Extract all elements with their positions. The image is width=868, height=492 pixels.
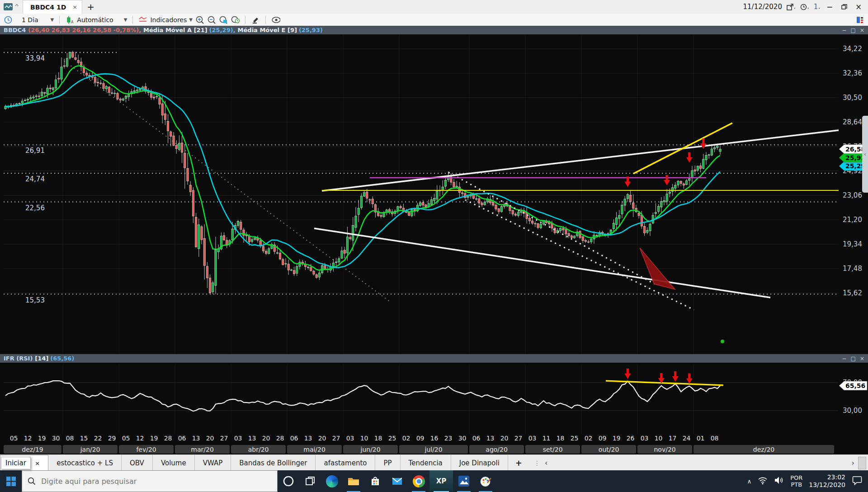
indicator-tab[interactable]: PP: [375, 455, 400, 471]
start-tooltip: Iniciar: [1, 457, 31, 469]
panel-close-icon[interactable]: ×: [860, 27, 864, 33]
x-tick: 27: [332, 435, 340, 442]
zoom-region-icon[interactable]: [219, 15, 228, 24]
x-tick: 08: [711, 435, 719, 442]
photos-icon[interactable]: [453, 470, 475, 492]
x-tick: 13: [192, 435, 200, 442]
draw-pencil-icon[interactable]: [251, 15, 260, 24]
side-panel-collapse-handle[interactable]: ‹: [862, 116, 868, 193]
new-tab-button[interactable]: +: [87, 1, 94, 12]
window-titlebar: ^ BBDC4 1D × + 11/12/2020 , , 1, − ×: [0, 0, 868, 14]
xp-trading-app-icon[interactable]: XP: [429, 470, 453, 492]
rsi-line: [5, 381, 720, 411]
chevron-down-icon: ▼: [189, 17, 193, 22]
tab-close-icon[interactable]: ×: [35, 460, 40, 467]
x-tick: 03: [641, 435, 649, 442]
language-indicator[interactable]: PORPTB: [790, 474, 802, 488]
edge-icon[interactable]: [321, 470, 343, 492]
panel-close-icon[interactable]: ×: [860, 355, 864, 362]
history-clock-icon[interactable]: ,: [800, 4, 809, 10]
panel-minimize-icon[interactable]: −: [842, 355, 847, 362]
add-indicator-tab-button[interactable]: +: [508, 455, 529, 471]
month-band: ago/20: [469, 445, 524, 454]
x-tick: 24: [683, 435, 691, 442]
x-tick: 17: [669, 435, 677, 442]
cortana-button[interactable]: [278, 470, 299, 492]
clock[interactable]: 23:0213/12/2020: [809, 473, 845, 489]
layout-count[interactable]: 1,: [814, 3, 820, 11]
x-tick: 05: [10, 435, 18, 442]
visibility-eye-icon[interactable]: ▼: [271, 15, 280, 24]
start-button[interactable]: [0, 470, 22, 492]
x-tick: 03: [234, 435, 242, 442]
indicator-tab[interactable]: estocastico + LS: [48, 455, 122, 471]
month-band: jun/20: [343, 445, 398, 454]
scroll-left-icon[interactable]: ‹: [545, 459, 547, 467]
microsoft-store-icon[interactable]: [364, 470, 386, 492]
month-band: set/20: [525, 445, 580, 454]
zoom-time-icon[interactable]: ▼: [231, 15, 240, 24]
ma-e-label: Média Móvel E [9]: [238, 27, 297, 33]
scale-mode-dropdown[interactable]: Automático▼: [77, 16, 127, 24]
taskbar-search[interactable]: [22, 470, 278, 492]
mail-icon[interactable]: [386, 470, 408, 492]
chart-area: 33,9426,9124,7422,5615,5334,2232,3630,50…: [0, 34, 868, 454]
action-center-icon[interactable]: [852, 475, 863, 487]
rsi-chart[interactable]: 70,0030,0065,56: [0, 364, 868, 433]
panel-minimize-icon[interactable]: −: [842, 27, 847, 33]
panel-maximize-icon[interactable]: □: [851, 355, 856, 362]
svg-text:34,22: 34,22: [843, 45, 862, 53]
indicator-tab[interactable]: VWAP: [195, 455, 231, 471]
book-panel-icon[interactable]: [855, 15, 864, 24]
indicator-tab[interactable]: afastamento: [316, 455, 375, 471]
svg-text:65,56: 65,56: [845, 382, 865, 389]
search-input[interactable]: [40, 477, 250, 486]
x-tick: 01: [697, 435, 705, 442]
indicator-tab[interactable]: Joe Dinapoli: [451, 455, 508, 471]
chart-tab[interactable]: BBDC4 1D ×: [23, 0, 82, 14]
month-band: out/20: [581, 445, 636, 454]
task-view-button[interactable]: [299, 470, 321, 492]
strip-scroll-thumb[interactable]: [858, 457, 866, 469]
indicator-tab[interactable]: OBV: [122, 455, 153, 471]
indicator-tab[interactable]: Volume: [153, 455, 195, 471]
candle-style-icon[interactable]: A: [65, 15, 74, 24]
file-explorer-icon[interactable]: [343, 470, 364, 492]
collapse-caret-icon[interactable]: ^: [14, 4, 19, 10]
overflow-dots-icon[interactable]: ⋮: [534, 459, 540, 467]
x-tick: 29: [108, 435, 116, 442]
price-panel-header: BBDC4 (26,40 26,83 26,16 26,58 -0,78%), …: [0, 26, 868, 34]
chrome-icon[interactable]: [408, 470, 429, 492]
volume-icon[interactable]: [774, 476, 784, 487]
window-restore-button[interactable]: [839, 2, 849, 11]
tab-close-icon[interactable]: ×: [72, 4, 77, 10]
x-tick: 20: [262, 435, 270, 442]
candles-layer: [5, 51, 721, 294]
chart-toolbar: 1 Dia▼ A Automático▼ Indicadores▼ ▼ ▼: [0, 14, 868, 26]
timeframe-clock-icon[interactable]: [4, 15, 13, 24]
popout-icon[interactable]: ,: [787, 4, 796, 10]
window-minimize-button[interactable]: −: [825, 2, 835, 11]
window-close-button[interactable]: ×: [854, 2, 863, 11]
signal-arrows-layer: [624, 138, 706, 187]
zoom-out-icon[interactable]: [207, 15, 216, 24]
timeframe-dropdown[interactable]: 1 Dia▼: [22, 16, 54, 24]
symbol-label: BBDC4: [4, 27, 26, 33]
price-chart[interactable]: 33,9426,9124,7422,5615,5334,2232,3630,50…: [0, 34, 868, 354]
wifi-icon[interactable]: [758, 476, 768, 487]
reference-date[interactable]: 11/12/2020: [743, 3, 782, 11]
paint-icon[interactable]: [475, 470, 496, 492]
panel-maximize-icon[interactable]: □: [851, 27, 856, 33]
indicator-tab[interactable]: Bandas de Bollinger: [231, 455, 316, 471]
hidden-icons-chevron[interactable]: ∧: [747, 478, 752, 485]
sma-line: [5, 74, 720, 268]
windows-taskbar: XP ∧ PORPTB 23:0213/12/2020: [0, 470, 868, 492]
indicator-tab[interactable]: Tendencia: [401, 455, 451, 471]
month-band: dez/19: [4, 445, 61, 454]
indicators-dropdown[interactable]: Indicadores▼: [150, 16, 193, 24]
x-tick: 25: [571, 435, 579, 442]
x-tick: 23: [444, 435, 453, 442]
zoom-in-icon[interactable]: [195, 15, 204, 24]
scroll-right-icon[interactable]: ›: [852, 459, 854, 467]
month-band: fev/20: [119, 445, 174, 454]
